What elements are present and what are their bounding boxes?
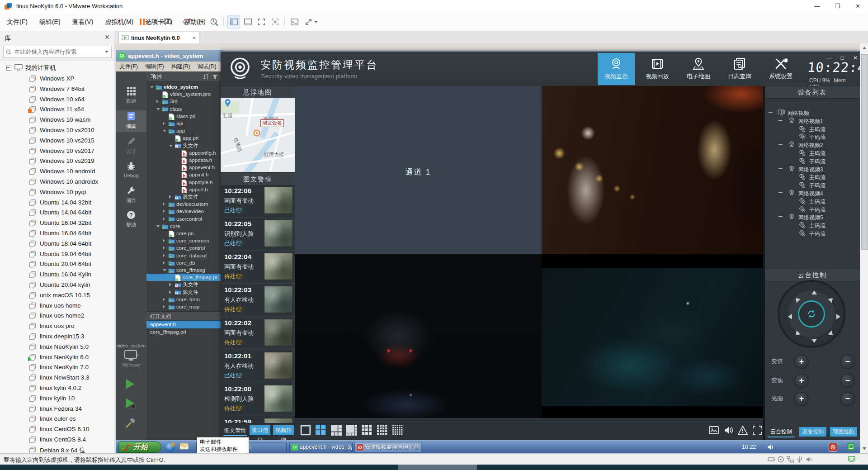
vm-list-item[interactable]: Windows 11 x64 — [0, 104, 114, 114]
mode-help[interactable]: ?帮助 — [116, 209, 146, 231]
vm-list-item[interactable]: linux Fedora 34 — [0, 404, 114, 414]
video-cell-2[interactable] — [542, 86, 763, 255]
device-tree-item[interactable]: 子码流 — [765, 181, 860, 189]
cd-rom-icon[interactable] — [777, 456, 784, 463]
vm-list-item[interactable]: Ubuntu 16.04 Kylin — [0, 270, 114, 280]
app-close-button[interactable]: ✕ — [850, 54, 860, 62]
expand-icon[interactable] — [163, 254, 165, 257]
video-cell-4[interactable] — [542, 254, 763, 418]
video-cell-3[interactable] — [295, 254, 542, 418]
vm-list-item[interactable]: linux kylin 10 — [0, 394, 114, 404]
expand-icon[interactable] — [163, 122, 165, 125]
collapse-icon[interactable] — [156, 108, 160, 110]
network-icon[interactable] — [787, 456, 794, 463]
floating-map[interactable]: 汇园光启园测试设备桂箐路虹漕大楼 — [221, 98, 295, 172]
host-taskbar-active-app[interactable] — [398, 465, 477, 470]
vm-list-item[interactable]: Ubuntu 18.04 64bit — [0, 239, 114, 249]
nav-monitor-cam[interactable]: 视频监控 — [598, 53, 635, 85]
device-tree-item[interactable]: 主码流 — [765, 221, 860, 229]
project-tree-item[interactable]: happconfig.h — [146, 149, 221, 157]
device-tree-item[interactable]: 主码流 — [765, 173, 860, 180]
expand-icon[interactable] — [169, 290, 171, 294]
vm-list-item[interactable]: Windows 10 android — [0, 166, 114, 176]
collapse-icon[interactable] — [778, 144, 783, 145]
alarm-tab[interactable]: 图文警情 — [223, 425, 247, 436]
device-tree-item[interactable]: 网络视频4 — [765, 189, 860, 197]
fit-guest-icon[interactable] — [848, 456, 855, 463]
device-tree-item[interactable]: 主码流 — [765, 125, 860, 133]
ptz-arrow-right[interactable] — [836, 314, 840, 319]
project-tree-item[interactable]: Qtapi — [146, 120, 221, 127]
nav-emap[interactable]: 电子地图 — [680, 53, 717, 85]
usb-icon[interactable] — [796, 456, 803, 463]
vm-list-item[interactable]: Windows 10 vs2010 — [0, 125, 114, 135]
vm-list-item[interactable]: Ubuntu 19.04 64bit — [0, 249, 114, 259]
vm-list-item[interactable]: linux NeoKylin 5.0 — [0, 342, 114, 352]
vm-list-item[interactable]: linux uos home — [0, 301, 114, 311]
ptz-iris-minus-button[interactable]: − — [840, 392, 855, 406]
ptz-arrow-down-right[interactable] — [828, 330, 835, 337]
project-tree-item[interactable]: h头文件 — [146, 281, 221, 288]
project-tree-item[interactable]: Qtapp — [146, 127, 221, 134]
mode-design[interactable]: 设计 — [116, 136, 146, 157]
scrollbar-thumb[interactable] — [861, 54, 868, 250]
project-tree-item[interactable]: happdata.h — [146, 157, 221, 164]
scroll-up-icon[interactable] — [863, 47, 866, 49]
vm-list-item[interactable]: linux CentOS 6.10 — [0, 424, 114, 434]
project-tree-item[interactable]: Qtcore_map — [146, 303, 221, 310]
alarm-entry[interactable]: 10:22:03有人在移动待处理! — [221, 284, 295, 317]
alarm-entry[interactable]: 10:21:59 — [221, 416, 295, 423]
ptz-refresh-button[interactable] — [798, 300, 825, 328]
nav-logs[interactable]: 日志查询 — [721, 53, 758, 85]
start-button[interactable]: 开始 — [118, 442, 161, 453]
menu-item[interactable]: 文件(F) — [1, 13, 33, 31]
vm-list-item[interactable]: Windows 10 x64 — [0, 95, 114, 104]
maximize-button[interactable]: ❐ — [827, 0, 848, 13]
qtcreator-menu-item[interactable]: 构建(B) — [168, 62, 194, 71]
collapse-icon[interactable] — [150, 86, 154, 88]
build-hammer-icon[interactable] — [125, 417, 137, 429]
device-tree-item[interactable]: 网络视频 — [765, 109, 860, 116]
vm-list-item[interactable]: linux kylin 4.0.2 — [0, 383, 114, 393]
enter-unity-button[interactable] — [269, 15, 281, 28]
device-tree-item[interactable]: 网络视频5 — [765, 213, 860, 221]
vm-list-item[interactable]: Windows 10 vs2015 — [0, 136, 114, 146]
scroll-down-icon[interactable] — [863, 447, 866, 450]
expand-icon[interactable] — [163, 217, 165, 221]
collapse-icon[interactable] — [778, 192, 783, 193]
show-thumbnail-bar-button[interactable] — [242, 15, 254, 28]
alarm-entry[interactable]: 10:22:02画面有变动待处理! — [221, 317, 295, 350]
ptz-arrow-down[interactable] — [811, 339, 817, 343]
collapse-icon[interactable] — [778, 168, 783, 169]
expand-icon[interactable] — [156, 100, 159, 103]
search-dropdown-icon[interactable] — [105, 51, 108, 53]
project-tree-item[interactable]: Qtusercontrol — [146, 215, 221, 223]
project-tree-item[interactable]: Qtcore_form — [146, 296, 221, 303]
layout-25-button[interactable] — [392, 425, 403, 436]
expand-icon[interactable] — [163, 209, 165, 213]
vm-list-item[interactable]: Windows 10 vs2017 — [0, 146, 114, 156]
library-close-icon[interactable]: ✕ — [104, 33, 110, 41]
vm-list-item[interactable]: Ubuntu 14.04 32bit — [0, 198, 114, 208]
audio-button[interactable] — [723, 425, 734, 436]
taskbar-window-button[interactable]: Qtappevent.h - video_sy… — [289, 442, 353, 452]
ptz-zoom-plus-button[interactable]: + — [794, 355, 809, 369]
collapse-icon[interactable] — [163, 130, 166, 132]
expand-icon[interactable] — [163, 298, 165, 301]
manage-snapshots-button[interactable] — [208, 15, 220, 28]
vm-console[interactable]: Qt appevent.h - video_system 文件(F)编辑(E)构… — [114, 43, 860, 453]
alarm-entry[interactable]: 10:22:00检测到人脸待处理! — [221, 383, 295, 416]
vm-list-item[interactable]: Ubuntu 16.04 32bit — [0, 218, 114, 228]
device-tree-item[interactable]: 主码流 — [765, 149, 860, 157]
alarm-entry[interactable]: 10:22:05识别到人脸已处理! — [221, 218, 295, 251]
taskbar-window-button[interactable]: 安防视频监控管理平台 — [354, 442, 421, 452]
project-tree-item[interactable]: Qt3rd — [146, 98, 221, 105]
vm-list-item[interactable]: Windows 10 wasm — [0, 115, 114, 125]
layout-16-button[interactable] — [377, 425, 388, 436]
dropdown-caret-icon[interactable] — [314, 21, 318, 23]
open-document-item[interactable]: core_ffmpeg.pri — [146, 328, 221, 336]
vm-list-item[interactable]: unix macOS 10.15 — [0, 290, 114, 300]
collapse-icon[interactable] — [769, 112, 773, 113]
expand-icon[interactable] — [163, 305, 165, 309]
tray-camera-icon[interactable] — [829, 443, 837, 451]
